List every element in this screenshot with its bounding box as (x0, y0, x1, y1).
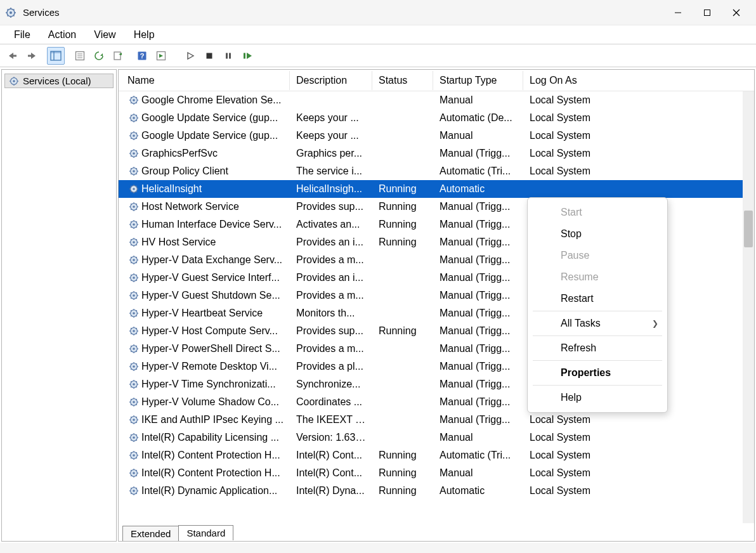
service-row[interactable]: Group Policy ClientThe service i...Autom… (119, 162, 754, 180)
ctx-refresh[interactable]: Refresh (528, 337, 667, 359)
menu-file[interactable]: File (5, 27, 39, 43)
service-startup: Manual (Trigg... (433, 342, 523, 356)
service-startup: Manual (Trigg... (433, 395, 523, 409)
forward-button[interactable] (23, 47, 41, 65)
service-row[interactable]: HelicalInsightHelicalInsigh...RunningAut… (119, 180, 754, 198)
tab-extended[interactable]: Extended (122, 526, 179, 541)
titlebar: Services (0, 0, 756, 25)
svg-line-85 (136, 174, 137, 174)
service-gear-icon (129, 308, 139, 318)
service-logon: Local System (523, 146, 754, 160)
service-startup: Automatic (Tri... (433, 164, 523, 178)
header-startup[interactable]: Startup Type (433, 71, 523, 90)
service-status: Running (372, 200, 433, 214)
header-logon[interactable]: Log On As (523, 71, 754, 90)
svg-point-59 (133, 134, 135, 137)
header-status[interactable]: Status (372, 71, 433, 90)
statusbar (0, 543, 756, 553)
svg-point-139 (133, 276, 135, 279)
svg-line-116 (136, 221, 137, 222)
properties-button[interactable] (71, 47, 89, 65)
menu-action[interactable]: Action (39, 27, 85, 43)
header-name[interactable]: Name (119, 71, 290, 90)
close-button[interactable] (722, 3, 751, 22)
svg-line-227 (131, 422, 131, 423)
export-list-button[interactable] (109, 47, 127, 65)
ctx-properties[interactable]: Properties (528, 362, 667, 384)
svg-text:?: ? (140, 52, 145, 60)
service-row[interactable]: Intel(R) Dynamic Application...Intel(R) … (119, 482, 754, 500)
svg-rect-28 (207, 53, 212, 58)
svg-line-266 (136, 488, 137, 488)
service-name: Hyper-V PowerShell Direct S... (141, 343, 280, 355)
show-hide-tree-button[interactable] (47, 47, 65, 65)
svg-line-144 (131, 275, 131, 275)
maximize-button[interactable] (693, 3, 722, 22)
start-service-button[interactable] (181, 47, 199, 65)
service-gear-icon (129, 184, 139, 194)
ctx-help[interactable]: Help (528, 387, 667, 408)
svg-line-64 (131, 133, 131, 133)
ctx-stop[interactable]: Stop (528, 223, 667, 245)
svg-line-257 (131, 476, 131, 476)
svg-line-117 (131, 227, 131, 228)
svg-line-224 (131, 417, 131, 417)
svg-point-219 (133, 419, 135, 421)
service-name: Hyper-V Host Compute Serv... (141, 325, 278, 337)
service-status (372, 117, 433, 119)
svg-line-176 (136, 328, 137, 329)
service-status (372, 152, 433, 155)
tree-node-services-local[interactable]: Services (Local) (4, 74, 114, 88)
show-hide-action-button[interactable] (152, 47, 170, 65)
svg-point-169 (133, 330, 135, 332)
service-status (372, 436, 433, 439)
help-button[interactable]: ? (133, 47, 151, 65)
pause-service-button[interactable] (219, 47, 237, 65)
service-logon: Local System (523, 111, 754, 125)
minimize-button[interactable] (663, 3, 693, 22)
service-gear-icon (129, 344, 139, 354)
svg-line-137 (131, 263, 131, 263)
svg-line-136 (136, 257, 137, 257)
tab-standard[interactable]: Standard (178, 525, 233, 540)
restart-service-button[interactable] (238, 47, 256, 65)
menu-view[interactable]: View (85, 27, 124, 43)
service-status (372, 348, 433, 350)
refresh-button[interactable] (90, 47, 108, 65)
header-description[interactable]: Description (290, 71, 372, 90)
service-name: Intel(R) Content Protection H... (141, 450, 280, 461)
service-row[interactable]: GraphicsPerfSvcGraphics per...Manual (Tr… (119, 145, 754, 162)
ctx-restart[interactable]: Restart (528, 288, 667, 309)
service-row[interactable]: Intel(R) Content Protection H...Intel(R)… (119, 446, 754, 464)
service-name: Hyper-V Remote Desktop Vi... (141, 361, 277, 372)
back-button[interactable] (4, 47, 22, 65)
service-startup: Manual (433, 93, 523, 107)
service-row[interactable]: Intel(R) Content Protection H...Intel(R)… (119, 464, 754, 482)
service-row[interactable]: Google Update Service (gup...Keeps your … (119, 109, 754, 127)
svg-line-246 (136, 452, 137, 453)
svg-line-175 (136, 334, 137, 334)
svg-line-74 (131, 150, 131, 151)
service-description: Intel(R) Cont... (290, 466, 372, 480)
svg-line-114 (131, 221, 131, 222)
service-row[interactable]: Intel(R) Capability Licensing ...Version… (119, 429, 754, 446)
svg-point-129 (133, 259, 135, 261)
vertical-scrollbar[interactable] (743, 91, 754, 523)
svg-point-229 (133, 436, 135, 439)
service-logon: Local System (523, 484, 754, 498)
svg-line-245 (136, 458, 137, 459)
ctx-all-tasks[interactable]: All Tasks❯ (528, 313, 667, 334)
service-row[interactable]: IKE and AuthIP IPsec Keying ...The IKEEX… (119, 411, 754, 429)
svg-rect-14 (13, 55, 16, 56)
view-tabs: Extended Standard (119, 523, 754, 541)
service-gear-icon (129, 255, 139, 265)
service-startup: Manual (Trigg... (433, 235, 523, 249)
stop-service-button[interactable] (200, 47, 218, 65)
service-startup: Automatic (433, 182, 523, 196)
service-startup: Manual (Trigg... (433, 289, 523, 303)
scroll-thumb[interactable] (744, 211, 753, 247)
service-row[interactable]: Google Chrome Elevation Se...ManualLocal… (119, 91, 754, 109)
service-row[interactable]: Google Update Service (gup...Keeps your … (119, 127, 754, 145)
menu-help[interactable]: Help (125, 27, 164, 43)
svg-line-156 (136, 292, 137, 293)
